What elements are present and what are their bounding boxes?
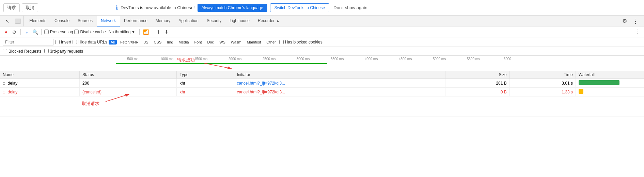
tab-console[interactable]: Console bbox=[50, 16, 74, 26]
disable-cache-text: Disable cache bbox=[80, 30, 106, 34]
more-toolbar-icon[interactable]: ⋮ bbox=[634, 29, 641, 35]
col-size: Size bbox=[445, 71, 509, 79]
toolbar-separator-1 bbox=[20, 29, 21, 35]
tab-lighthouse[interactable]: Lighthouse bbox=[225, 16, 254, 26]
record-button[interactable]: ● bbox=[3, 29, 10, 35]
settings-icon[interactable]: ⚙ bbox=[619, 18, 630, 24]
row1-waterfall bbox=[576, 79, 644, 88]
timeline-container: 500 ms 1000 ms 1500 ms 2000 ms 2500 ms 3… bbox=[0, 56, 644, 71]
row1-status: 200 bbox=[80, 79, 177, 88]
upload-icon[interactable]: ⬆ bbox=[155, 29, 162, 35]
filter-doc-button[interactable]: Doc bbox=[205, 40, 216, 45]
request-button[interactable]: 请求 bbox=[3, 3, 20, 12]
tab-application[interactable]: Application bbox=[174, 16, 203, 26]
toolbar-separator-4 bbox=[152, 29, 152, 35]
timeline-green-line bbox=[116, 63, 327, 64]
hide-data-urls-text: Hide data URLs bbox=[78, 40, 107, 45]
filter-font-button[interactable]: Font bbox=[192, 40, 204, 45]
row2-name: delay bbox=[8, 90, 18, 94]
tab-security[interactable]: Security bbox=[203, 16, 225, 26]
switch-chinese-button[interactable]: Switch DevTools to Chinese bbox=[270, 3, 330, 12]
device-icon[interactable]: ⬜ bbox=[12, 16, 24, 26]
blocked-requests-checkbox[interactable] bbox=[3, 49, 7, 53]
table-row[interactable]: □ delay (canceled) xhr cancel.html?_ijt=… bbox=[0, 88, 644, 96]
third-party-label[interactable]: 3rd-party requests bbox=[44, 49, 83, 54]
third-party-checkbox[interactable] bbox=[44, 49, 49, 53]
clear-button[interactable]: ⊘ bbox=[11, 29, 18, 35]
row2-name-cell: □ delay bbox=[0, 88, 80, 96]
filter-media-button[interactable]: Media bbox=[177, 40, 191, 45]
annotation-success: 请求成功 bbox=[177, 57, 195, 63]
filter-all-button[interactable]: All bbox=[109, 40, 117, 45]
network-toolbar: ● ⊘ ⬦ 🔍 Preserve log Disable cache No th… bbox=[0, 26, 644, 37]
table-header-row: Name Status Type Initiator Size Time Wat… bbox=[0, 71, 644, 79]
filter-fetch-xhr-button[interactable]: Fetch/XHR bbox=[118, 40, 141, 45]
filter-js-button[interactable]: JS bbox=[142, 40, 151, 45]
throttle-value: No throttling bbox=[109, 30, 131, 34]
row2-checkbox[interactable]: □ bbox=[3, 90, 5, 94]
tick-4500: 4500 ms bbox=[388, 57, 422, 61]
row1-checkbox[interactable]: □ bbox=[3, 81, 5, 86]
row1-type: xhr bbox=[177, 79, 234, 88]
tab-elements[interactable]: Elements bbox=[25, 16, 50, 26]
tab-network[interactable]: Network bbox=[97, 16, 120, 26]
filter-css-button[interactable]: CSS bbox=[152, 40, 164, 45]
wifi-icon[interactable]: 📶 bbox=[142, 29, 149, 35]
filter-input[interactable] bbox=[3, 39, 54, 46]
disable-cache-checkbox[interactable] bbox=[74, 30, 79, 34]
cancel-button[interactable]: 取消 bbox=[22, 3, 38, 12]
info-icon: ℹ bbox=[116, 4, 118, 11]
col-waterfall: Waterfall bbox=[576, 71, 644, 79]
preserve-log-checkbox[interactable] bbox=[44, 30, 49, 34]
row1-name-cell: □ delay bbox=[0, 79, 80, 88]
row1-name: delay bbox=[8, 81, 18, 86]
main-container: 500 ms 1000 ms 1500 ms 2000 ms 2500 ms 3… bbox=[0, 56, 644, 117]
hide-data-urls-checkbox[interactable] bbox=[73, 40, 77, 44]
dont-show-again[interactable]: Don't show again bbox=[333, 5, 367, 10]
table-row[interactable]: □ delay 200 xhr cancel.html?_ijt=972kqi3… bbox=[0, 79, 644, 88]
tab-recorder[interactable]: Recorder ▲ bbox=[254, 16, 284, 26]
download-icon[interactable]: ⬇ bbox=[163, 29, 170, 35]
filter-ws-button[interactable]: WS bbox=[217, 40, 227, 45]
throttle-select[interactable]: No throttling ▼ bbox=[107, 29, 137, 35]
filter-wasm-button[interactable]: Wasm bbox=[229, 40, 244, 45]
row2-initiator[interactable]: cancel.html?_ijt=972kqi3... bbox=[234, 88, 445, 96]
blocked-cookies-label[interactable]: Has blocked cookies bbox=[279, 40, 323, 45]
tick-3000: 3000 ms bbox=[286, 57, 320, 61]
match-language-button[interactable]: Always match Chrome's language bbox=[198, 4, 267, 12]
blocked-cookies-text: Has blocked cookies bbox=[285, 40, 323, 45]
row2-status: (canceled) bbox=[80, 88, 177, 96]
blocked-cookies-checkbox[interactable] bbox=[279, 40, 284, 44]
cursor-icon[interactable]: ↖ bbox=[3, 16, 12, 26]
more-icon[interactable]: ⋮ bbox=[630, 17, 641, 25]
third-party-text: 3rd-party requests bbox=[50, 49, 83, 54]
notification-bar: ℹ DevTools is now available in Chinese! … bbox=[0, 0, 644, 16]
hide-data-urls-label[interactable]: Hide data URLs bbox=[73, 40, 107, 45]
row1-initiator[interactable]: cancel.html?_ijt=972kqi3... bbox=[234, 79, 445, 88]
tick-2500: 2500 ms bbox=[252, 57, 286, 61]
tick-5500: 5500 ms bbox=[456, 57, 490, 61]
disable-cache-label[interactable]: Disable cache bbox=[74, 30, 106, 34]
blocked-bar: Blocked Requests 3rd-party requests bbox=[0, 47, 644, 56]
filter-other-button[interactable]: Other bbox=[264, 40, 278, 45]
filter-bar: Invert Hide data URLs All Fetch/XHR JS C… bbox=[0, 37, 644, 47]
filter-toggle-button[interactable]: ⬦ bbox=[23, 29, 30, 35]
invert-checkbox[interactable] bbox=[55, 40, 60, 44]
invert-label[interactable]: Invert bbox=[55, 40, 71, 45]
blocked-requests-text: Blocked Requests bbox=[9, 49, 42, 54]
tab-performance[interactable]: Performance bbox=[120, 16, 152, 26]
row2-waterfall bbox=[576, 88, 644, 96]
filter-img-button[interactable]: Img bbox=[165, 40, 175, 45]
preserve-log-label[interactable]: Preserve log bbox=[44, 30, 73, 34]
annotation-cancel: 取消请求 bbox=[82, 101, 99, 107]
tab-sources[interactable]: Sources bbox=[74, 16, 97, 26]
tick-4000: 4000 ms bbox=[354, 57, 388, 61]
search-button[interactable]: 🔍 bbox=[32, 29, 38, 35]
tab-memory[interactable]: Memory bbox=[152, 16, 174, 26]
filter-manifest-button[interactable]: Manifest bbox=[245, 40, 263, 45]
row2-type: xhr bbox=[177, 88, 234, 96]
col-type: Type bbox=[177, 71, 234, 79]
blocked-requests-label[interactable]: Blocked Requests bbox=[3, 49, 42, 54]
row1-size: 281 B bbox=[445, 79, 509, 88]
toolbar-separator-3 bbox=[139, 29, 140, 35]
